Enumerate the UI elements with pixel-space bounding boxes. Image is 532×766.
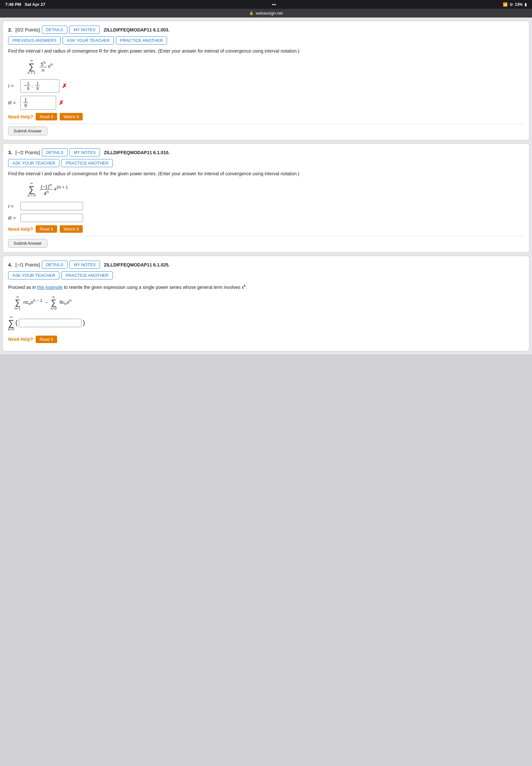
problem-2-header: 2. [0/2 Points] DETAILS MY NOTES ZILLDIF… <box>8 26 524 34</box>
problem-3-submit-button[interactable]: Submit Answer <box>8 239 47 248</box>
status-indicators: 📶 ⊙ 13% ▮ <box>503 2 527 7</box>
problem-3-need-help: Need Help? Read It Watch It <box>8 225 524 233</box>
problem-3-i-input[interactable] <box>20 202 83 210</box>
problem-2-btn-row: PREVIOUS ANSWERS ASK YOUR TEACHER PRACTI… <box>8 36 524 44</box>
problem-2-watch-it-button[interactable]: Watch It <box>60 113 83 120</box>
problem-4-series: ∞ ∑ n=1 ncnxn − 1 − ∞ ∑ n=0 9cnxn <box>15 295 524 310</box>
problem-2-need-help-text: Need Help? <box>8 114 33 119</box>
battery-percent: 13% <box>515 2 523 7</box>
problem-4-header: 4. [−/1 Points] DETAILS MY NOTES ZILLDIF… <box>8 261 524 269</box>
problem-3-submit-row: Submit Answer <box>8 239 524 248</box>
battery-icon: ▮ <box>525 2 527 7</box>
problem-4-read-it-button[interactable]: Read It <box>36 335 57 343</box>
problem-2-i-row: I = − 1 9 , 1 9 ✗ <box>8 79 524 92</box>
problem-4-need-help: Need Help? Read It <box>8 335 524 343</box>
problem-4-text: Proceed as in this example to rewrite th… <box>8 283 524 291</box>
problem-3-points: [−/2 Points] <box>16 150 40 155</box>
problem-2-card: 2. [0/2 Points] DETAILS MY NOTES ZILLDIF… <box>3 21 529 140</box>
problem-4-btn-row: ASK YOUR TEACHER PRACTICE ANOTHER <box>8 271 524 279</box>
problem-3-i-row: I = <box>8 202 524 210</box>
problem-4-practice-button[interactable]: PRACTICE ANOTHER <box>61 271 113 279</box>
problem-3-need-help-text: Need Help? <box>8 226 33 232</box>
problem-4-answer-row: ∞ ∑ k=0 ( ) <box>8 315 524 331</box>
problem-3-mynotes-button[interactable]: MY NOTES <box>69 148 100 156</box>
problem-4-id: ZILLDIFFEQMODAP11 6.1.025. <box>104 262 170 267</box>
url-display: webassign.net <box>256 11 283 16</box>
problem-4-details-button[interactable]: DETAILS <box>42 261 67 269</box>
problem-3-practice-button[interactable]: PRACTICE ANOTHER <box>61 159 113 167</box>
problem-3-btn-row: ASK YOUR TEACHER PRACTICE ANOTHER <box>8 159 524 167</box>
problem-4-ask-teacher-button[interactable]: ASK YOUR TEACHER <box>8 271 59 279</box>
problem-3-series: ∞ ∑ n = 0 (−1)n 4n x2n + 1 <box>28 181 524 197</box>
problem-2-r-row: R = 1 9 ✗ <box>8 96 524 110</box>
problem-3-header: 3. [−/2 Points] DETAILS MY NOTES ZILLDIF… <box>8 148 524 156</box>
problem-2-series: ∞ ∑ n = 1 5n n xn <box>28 58 524 75</box>
problem-3-text: Find the interval I and radius of conver… <box>8 170 524 177</box>
problem-4-card: 4. [−/1 Points] DETAILS MY NOTES ZILLDIF… <box>3 256 529 351</box>
problem-2-ask-teacher-button[interactable]: ASK YOUR TEACHER <box>63 36 114 44</box>
problem-3-ask-teacher-button[interactable]: ASK YOUR TEACHER <box>8 159 59 167</box>
problem-2-r-wrong: ✗ <box>59 99 64 106</box>
problem-2-i-label: I = <box>8 83 18 89</box>
problem-2-practice-button[interactable]: PRACTICE ANOTHER <box>116 36 167 44</box>
problem-2-r-label: R = <box>8 100 18 105</box>
problem-2-prev-answers-button[interactable]: PREVIOUS ANSWERS <box>8 36 61 44</box>
problem-2-submit-button[interactable]: Submit Answer <box>8 127 47 135</box>
problem-4-answer-input[interactable] <box>19 319 81 327</box>
browser-dots: ••• <box>272 2 276 7</box>
problem-2-id: ZILLDIFFEQMODAP11 6.1.003. <box>103 27 169 32</box>
problem-3-read-it-button[interactable]: Read It <box>36 225 57 233</box>
problem-3-i-label: I = <box>8 203 18 209</box>
problem-4-number: 4. <box>8 262 12 267</box>
wifi-icon: 📶 <box>503 2 508 7</box>
problem-4-points: [−/1 Points] <box>16 262 40 267</box>
time-date: 7:48 PM Sat Apr 27 <box>5 2 45 7</box>
problem-3-divider <box>8 236 524 236</box>
problem-2-need-help: Need Help? Read It Watch It <box>8 113 524 120</box>
problem-2-details-button[interactable]: DETAILS <box>42 26 67 34</box>
problem-2-i-wrong: ✗ <box>62 82 67 90</box>
problem-2-divider <box>8 124 524 124</box>
signal-icon: ⊙ <box>510 2 513 7</box>
problem-3-id: ZILLDIFFEQMODAP11 6.1.010. <box>104 150 170 155</box>
problem-3-details-button[interactable]: DETAILS <box>42 148 67 156</box>
problem-2-mynotes-button[interactable]: MY NOTES <box>69 26 100 34</box>
problem-2-r-box[interactable]: 1 9 <box>20 96 56 110</box>
problem-4-need-help-text: Need Help? <box>8 336 33 342</box>
problem-2-read-it-button[interactable]: Read It <box>36 113 57 120</box>
problem-2-i-box[interactable]: − 1 9 , 1 9 <box>20 79 59 92</box>
problem-3-number: 3. <box>8 150 12 155</box>
problem-4-example-link[interactable]: this example <box>37 285 63 290</box>
problem-3-r-label: R = <box>8 215 18 221</box>
problem-4-mynotes-button[interactable]: MY NOTES <box>69 261 100 269</box>
problem-2-submit-row: Submit Answer <box>8 127 524 135</box>
problem-2-number: 2. <box>8 27 12 32</box>
browser-bar: 🔒 webassign.net <box>0 9 532 18</box>
main-content: 2. [0/2 Points] DETAILS MY NOTES ZILLDIF… <box>0 18 532 354</box>
problem-3-r-input[interactable] <box>20 213 83 222</box>
status-bar: 7:48 PM Sat Apr 27 ••• 📶 ⊙ 13% ▮ <box>0 0 532 9</box>
problem-2-text: Find the interval I and radius of conver… <box>8 48 524 55</box>
problem-2-points: [0/2 Points] <box>16 27 40 32</box>
problem-3-r-row: R = <box>8 213 524 222</box>
lock-icon: 🔒 <box>249 11 254 15</box>
problem-3-watch-it-button[interactable]: Watch It <box>60 225 83 233</box>
problem-3-card: 3. [−/2 Points] DETAILS MY NOTES ZILLDIF… <box>3 143 529 252</box>
